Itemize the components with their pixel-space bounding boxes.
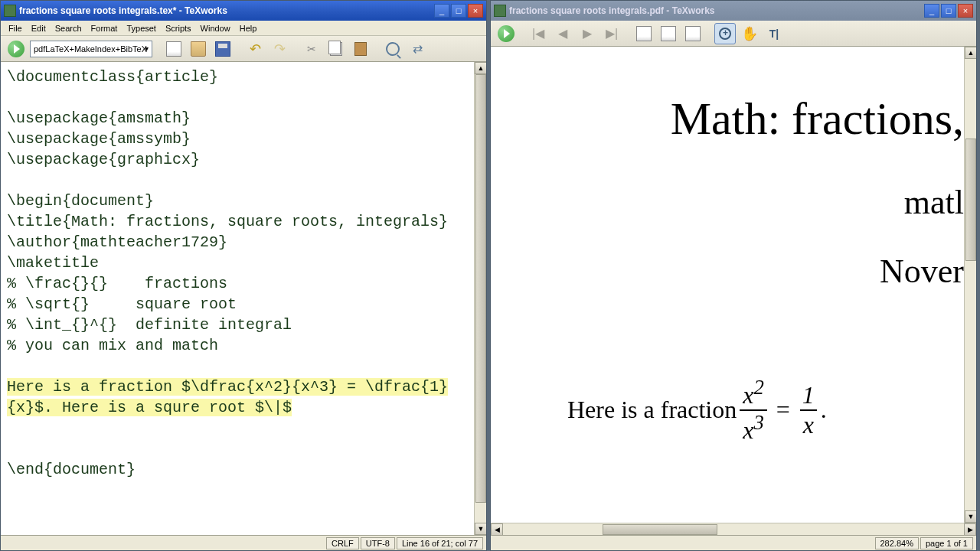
editor-statusbar: CRLF UTF-8 Line 16 of 21; col 77 — [1, 535, 486, 550]
status-position: Line 16 of 21; col 77 — [397, 537, 483, 549]
preview-vscrollbar[interactable]: ▲ ▼ — [964, 47, 976, 523]
fraction-2: 1 x — [799, 381, 818, 439]
menu-format[interactable]: Format — [87, 22, 122, 34]
editor-title: fractions square roots integrals.tex* - … — [19, 5, 434, 16]
magnifier-plus-icon — [719, 28, 731, 40]
editor-titlebar[interactable]: fractions square roots integrals.tex* - … — [1, 1, 486, 21]
scroll-thumb[interactable] — [475, 74, 486, 503]
menu-scripts[interactable]: Scripts — [161, 22, 196, 34]
maximize-button[interactable]: □ — [941, 4, 956, 18]
typeset-button[interactable] — [5, 38, 27, 60]
preview-window: fractions square roots integrals.pdf - T… — [490, 0, 977, 551]
src-line: \title{Math: fractions, square roots, in… — [7, 213, 448, 230]
cut-button[interactable]: ✂ — [301, 38, 322, 60]
menu-help[interactable]: Help — [235, 22, 262, 34]
preview-hscrollbar[interactable]: ◀ ▶ — [491, 523, 976, 535]
hand-icon: ✋ — [741, 25, 758, 42]
open-folder-icon — [191, 41, 206, 57]
scroll-thumb[interactable] — [965, 139, 976, 261]
scroll-thumb[interactable] — [603, 524, 717, 535]
prev-page-icon: ◀ — [558, 26, 567, 41]
scroll-down-arrow-icon[interactable]: ▼ — [475, 523, 486, 535]
scroll-left-arrow-icon[interactable]: ◀ — [491, 523, 503, 536]
preview-titlebar[interactable]: fractions square roots integrals.pdf - T… — [491, 1, 976, 21]
copy-button[interactable] — [325, 38, 347, 60]
menu-edit[interactable]: Edit — [27, 22, 51, 34]
save-button[interactable] — [212, 38, 234, 60]
scroll-up-arrow-icon[interactable]: ▲ — [965, 47, 976, 59]
first-page-button[interactable]: |◀ — [528, 23, 549, 44]
actual-size-button[interactable] — [682, 23, 704, 44]
new-file-icon — [166, 41, 181, 57]
source-editor[interactable]: \documentclass{article} \usepackage{amsm… — [1, 62, 474, 535]
doc-title: Math: fractions, — [671, 93, 964, 145]
menu-file[interactable]: File — [4, 22, 27, 34]
src-line: \usepackage{amssymb} — [7, 130, 191, 148]
zoom-tool-button[interactable] — [714, 23, 736, 44]
menu-typeset[interactable]: Typeset — [122, 22, 161, 34]
pdf-page[interactable]: Math: fractions, matl Nover Here is a fr… — [491, 47, 964, 523]
redo-button[interactable]: ↶ — [269, 38, 290, 60]
undo-button[interactable]: ↶ — [244, 38, 266, 60]
src-line: % you can mix and match — [7, 337, 218, 354]
src-line: % \int_{}^{} definite integral — [7, 316, 292, 334]
menu-window[interactable]: Window — [196, 22, 235, 34]
src-line: \author{mathteacher1729} — [7, 233, 227, 251]
status-page[interactable]: page 1 of 1 — [920, 537, 973, 549]
equals-sign: = — [776, 396, 790, 424]
src-line: \maketitle — [7, 254, 99, 272]
preview-toolbar: |◀ ◀ ▶ ▶| ✋ T| — [491, 21, 976, 47]
typeset-button[interactable] — [495, 23, 517, 44]
new-button[interactable] — [163, 38, 185, 60]
copy-icon — [330, 42, 342, 56]
page-fit-width-icon — [636, 26, 652, 41]
scroll-up-arrow-icon[interactable]: ▲ — [475, 62, 486, 74]
close-button[interactable]: × — [468, 4, 483, 18]
replace-button[interactable]: ⇄ — [407, 38, 428, 60]
find-button[interactable] — [382, 38, 403, 60]
redo-arrow-icon: ↶ — [274, 41, 286, 57]
src-line-highlighted: Here is a fraction $\dfrac{x^2}{x^3} = \… — [7, 378, 448, 416]
doc-date: Nover — [880, 252, 964, 291]
open-button[interactable] — [188, 38, 209, 60]
prev-page-button[interactable]: ◀ — [552, 23, 573, 44]
play-icon — [8, 41, 24, 57]
scroll-right-arrow-icon[interactable]: ▶ — [964, 523, 976, 536]
editor-toolbar: pdfLaTeX+MakeIndex+BibTeX ↶ ↶ ✂ ⇄ — [1, 36, 486, 62]
editor-vscrollbar[interactable]: ▲ ▼ — [474, 62, 486, 535]
paste-button[interactable] — [350, 38, 371, 60]
close-button[interactable]: × — [958, 4, 973, 18]
typeset-engine-combo[interactable]: pdfLaTeX+MakeIndex+BibTeX — [30, 41, 152, 57]
maximize-button[interactable]: □ — [451, 4, 466, 18]
fit-page-button[interactable] — [658, 23, 679, 44]
minimize-button[interactable]: _ — [434, 4, 449, 18]
status-zoom[interactable]: 282.84% — [875, 537, 919, 549]
play-icon — [498, 25, 514, 42]
next-page-button[interactable]: ▶ — [577, 23, 598, 44]
fit-width-button[interactable] — [633, 23, 655, 44]
minimize-button[interactable]: _ — [924, 4, 939, 18]
status-eol[interactable]: CRLF — [326, 537, 359, 549]
page-fit-window-icon — [661, 26, 676, 41]
period: . — [821, 396, 827, 424]
fraction-1: x2 x3 — [740, 376, 767, 444]
last-page-button[interactable]: ▶| — [601, 23, 622, 44]
last-page-icon: ▶| — [606, 26, 618, 41]
status-encoding[interactable]: UTF-8 — [361, 537, 395, 549]
save-disk-icon — [215, 41, 230, 57]
page-actual-size-icon — [685, 26, 701, 41]
text-select-button[interactable]: T| — [763, 23, 785, 44]
magnifier-icon — [386, 42, 400, 56]
pan-tool-button[interactable]: ✋ — [739, 23, 760, 44]
preview-title: fractions square roots integrals.pdf - T… — [509, 5, 924, 16]
scroll-down-arrow-icon[interactable]: ▼ — [965, 510, 976, 523]
scissors-icon: ✂ — [307, 43, 316, 55]
doc-body: Here is a fraction x2 x3 = 1 x . — [567, 376, 827, 444]
text-select-icon: T| — [769, 28, 779, 40]
app-icon — [494, 5, 506, 17]
doc-author: matl — [904, 183, 964, 222]
preview-statusbar: 282.84% page 1 of 1 — [491, 535, 976, 550]
clipboard-icon — [354, 42, 367, 56]
menu-search[interactable]: Search — [51, 22, 87, 34]
editor-window: fractions square roots integrals.tex* - … — [0, 0, 487, 551]
